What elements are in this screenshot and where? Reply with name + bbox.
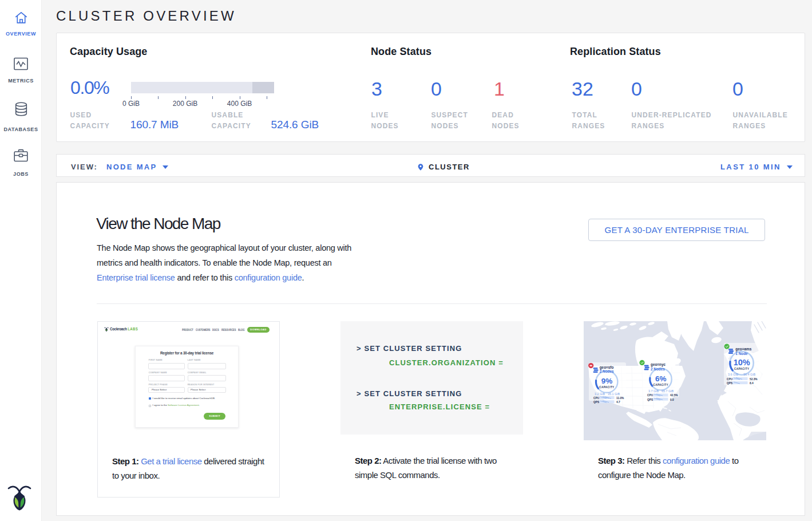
svg-text:CPU: CPU (727, 378, 733, 381)
svg-text:8.4: 8.4 (750, 382, 754, 385)
svg-text:QPS: QPS (647, 398, 653, 401)
svg-text:CAPACITY: CAPACITY (599, 386, 614, 389)
svg-text:CAPACITY: CAPACITY (653, 384, 668, 386)
svg-text:4.7: 4.7 (616, 401, 620, 404)
svg-text:11.0%: 11.0% (616, 397, 624, 400)
svg-text:35.1 GiB: 35.1 GiB (608, 392, 620, 396)
svg-text:1 Node: 1 Node (735, 352, 748, 356)
svg-text:42.5%: 42.5% (670, 394, 678, 397)
svg-text:2 Nodes: 2 Nodes (600, 369, 614, 373)
svg-text:3.7 GiB: 3.7 GiB (648, 389, 659, 393)
svg-text:CPU: CPU (647, 394, 653, 397)
svg-text:0.0: 0.0 (670, 398, 674, 401)
svg-text:36.4 GiB: 36.4 GiB (743, 373, 755, 376)
svg-text:10%: 10% (734, 358, 750, 367)
svg-text:CPU: CPU (593, 397, 600, 400)
svg-text:3.6 GiB: 3.6 GiB (728, 373, 738, 376)
svg-text:9%: 9% (601, 377, 613, 385)
svg-text:65.7 GiB: 65.7 GiB (662, 389, 674, 393)
svg-text:2 Nodes: 2 Nodes (651, 367, 665, 371)
svg-text:3.2 GiB: 3.2 GiB (595, 392, 605, 396)
svg-text:6%: 6% (655, 374, 667, 383)
svg-text:QPS: QPS (727, 382, 733, 385)
svg-text:52.3%: 52.3% (750, 378, 758, 381)
svg-text:QPS: QPS (593, 401, 600, 404)
svg-text:CAPACITY: CAPACITY (734, 368, 749, 370)
